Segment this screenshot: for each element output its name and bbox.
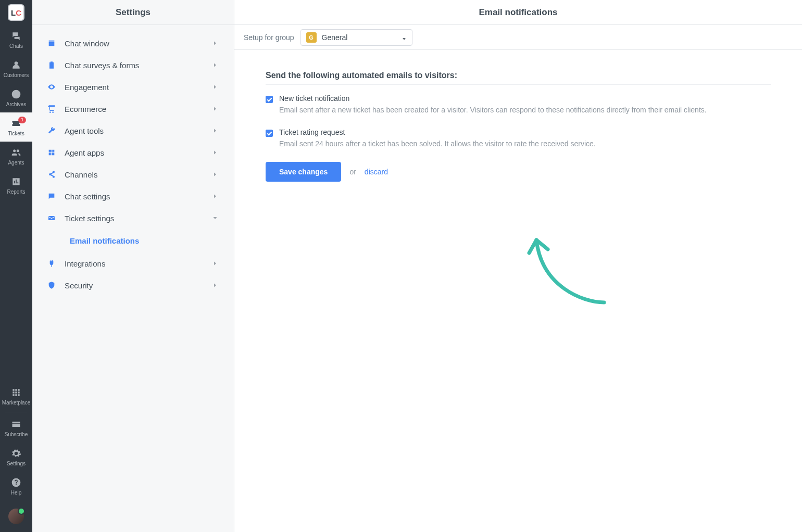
settings-item-label: Chat window [65, 39, 211, 48]
card-icon [11, 419, 21, 429]
settings-item-channels[interactable]: Channels [32, 163, 234, 185]
group-label: Setup for group [244, 33, 294, 42]
section-title: Send the following automated emails to v… [266, 71, 771, 80]
grid-icon [11, 387, 21, 398]
caret-down-icon [402, 35, 407, 40]
clock-icon [11, 89, 21, 99]
checkbox-ticket-rating[interactable] [266, 130, 273, 137]
envelope-icon [47, 213, 56, 223]
settings-item-label: Ecommerce [65, 105, 211, 113]
settings-sidebar: Settings Chat window Chat surveys & form… [32, 0, 234, 532]
plug-icon [47, 259, 56, 268]
nav-settings[interactable]: Settings [0, 442, 32, 472]
option-new-ticket: New ticket notification Email sent after… [266, 94, 771, 116]
nav-label: Settings [7, 461, 26, 466]
settings-item-label: Agent tools [65, 126, 211, 135]
wrench-icon [47, 126, 56, 135]
chevron-right-icon [211, 105, 219, 113]
chevron-right-icon [211, 192, 219, 200]
settings-item-label: Integrations [65, 259, 211, 268]
chevron-right-icon [211, 39, 219, 47]
user-icon [11, 60, 21, 70]
nav-chats[interactable]: Chats [0, 25, 32, 54]
settings-item-label: Security [65, 281, 211, 290]
nav-label: Customers [4, 72, 29, 78]
settings-item-engagement[interactable]: Engagement [32, 76, 234, 98]
chevron-right-icon [211, 148, 219, 157]
nav-label: Archives [6, 102, 26, 107]
group-select[interactable]: G General [300, 29, 412, 46]
agents-icon [11, 147, 21, 158]
group-value: General [322, 33, 348, 42]
option-title: New ticket notification [279, 94, 707, 103]
chevron-right-icon [211, 281, 219, 289]
nav-label: Agents [8, 160, 24, 166]
nav-reports[interactable]: Reports [0, 171, 32, 200]
option-description: Email sent 24 hours after a ticket has b… [279, 138, 596, 149]
nav-subscribe[interactable]: Subscribe [0, 413, 32, 442]
settings-item-label: Ticket settings [65, 214, 211, 223]
settings-item-label: Engagement [65, 83, 211, 92]
nav-customers[interactable]: Customers [0, 54, 32, 83]
annotation-arrow-icon [526, 224, 615, 308]
settings-item-label: Agent apps [65, 148, 211, 157]
window-icon [47, 39, 56, 48]
gear-icon [11, 448, 21, 459]
main-panel: Email notifications Setup for group G Ge… [234, 0, 802, 532]
chevron-right-icon [211, 170, 219, 179]
help-icon [11, 477, 21, 488]
share-icon [47, 170, 56, 179]
app-logo[interactable]: LC [0, 0, 32, 25]
or-text: or [349, 168, 356, 176]
chat-icon [11, 31, 21, 41]
nav-archives[interactable]: Archives [0, 83, 32, 112]
eye-icon [47, 82, 56, 92]
option-ticket-rating: Ticket rating request Email sent 24 hour… [266, 128, 771, 149]
option-title: Ticket rating request [279, 128, 596, 136]
avatar-icon [8, 509, 24, 524]
nav-label: Marketplace [2, 400, 30, 406]
settings-item-security[interactable]: Security [32, 274, 234, 296]
tickets-badge: 1 [18, 117, 26, 123]
settings-subitem-email-notifications[interactable]: Email notifications [32, 229, 234, 252]
nav-label: Subscribe [5, 432, 28, 437]
clipboard-icon [47, 60, 56, 70]
shield-icon [47, 281, 56, 290]
nav-label: Help [11, 490, 22, 496]
settings-item-integrations[interactable]: Integrations [32, 252, 234, 274]
nav-label: Chats [9, 43, 23, 49]
nav-help[interactable]: Help [0, 472, 32, 501]
settings-item-chat-surveys[interactable]: Chat surveys & forms [32, 54, 234, 76]
checkbox-new-ticket[interactable] [266, 96, 273, 103]
group-avatar-icon: G [306, 32, 317, 43]
settings-item-agent-apps[interactable]: Agent apps [32, 142, 234, 163]
save-button[interactable]: Save changes [266, 162, 341, 182]
settings-item-label: Chat surveys & forms [65, 61, 211, 70]
settings-item-agent-tools[interactable]: Agent tools [32, 120, 234, 142]
user-avatar[interactable] [0, 501, 32, 532]
cart-icon [47, 104, 56, 113]
nav-label: Reports [7, 189, 25, 195]
chevron-right-icon [211, 61, 219, 69]
chevron-right-icon [211, 126, 219, 135]
group-selector-bar: Setup for group G General [234, 25, 802, 50]
settings-item-label: Channels [65, 170, 211, 179]
nav-agents[interactable]: Agents [0, 142, 32, 171]
nav-tickets[interactable]: 1 Tickets [0, 112, 32, 142]
settings-item-chat-settings[interactable]: Chat settings [32, 185, 234, 207]
settings-item-ecommerce[interactable]: Ecommerce [32, 98, 234, 120]
page-title: Email notifications [234, 0, 802, 25]
nav-marketplace[interactable]: Marketplace [0, 382, 32, 411]
nav-label: Tickets [8, 131, 24, 136]
divider [266, 84, 771, 85]
chevron-right-icon [211, 83, 219, 91]
chat-bubble-icon [47, 192, 56, 201]
settings-item-chat-window[interactable]: Chat window [32, 32, 234, 54]
reports-icon [11, 176, 21, 187]
option-description: Email sent after a new ticket has been c… [279, 105, 707, 116]
discard-link[interactable]: discard [365, 168, 388, 176]
settings-item-label: Chat settings [65, 192, 211, 201]
settings-item-ticket-settings[interactable]: Ticket settings [32, 207, 234, 229]
apps-icon [47, 148, 56, 157]
chevron-down-icon [211, 214, 219, 222]
